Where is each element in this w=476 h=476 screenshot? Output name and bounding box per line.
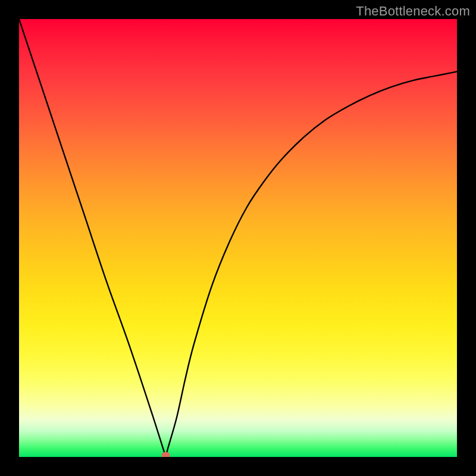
plot-area [19, 19, 457, 457]
bottleneck-curve-svg [19, 19, 457, 457]
watermark-text: TheBottleneck.com [356, 4, 470, 19]
minimum-marker-dot [162, 452, 170, 458]
bottleneck-curve [19, 19, 457, 457]
chart-frame: TheBottleneck.com [0, 0, 476, 476]
